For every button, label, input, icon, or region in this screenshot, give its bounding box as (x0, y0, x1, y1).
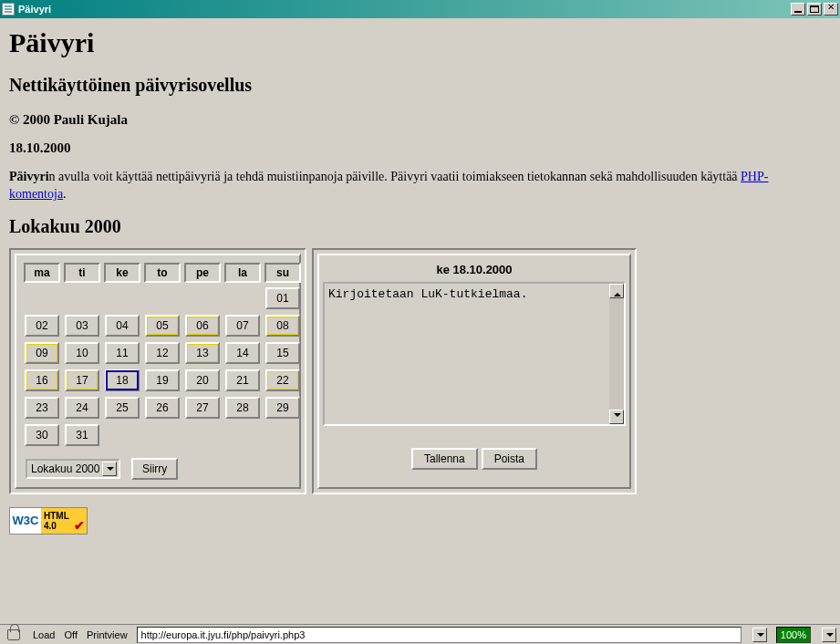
description-bold: Päivyri (9, 170, 49, 183)
lock-icon (7, 629, 20, 640)
day-23[interactable]: 23 (25, 397, 59, 419)
day-19[interactable]: 19 (145, 369, 180, 391)
delete-button[interactable]: Poista (482, 448, 537, 470)
document-icon (2, 3, 15, 16)
minimize-button[interactable] (791, 3, 805, 16)
page-content: Päivyri Nettikäyttöinen päivyrisovellus … (0, 18, 840, 620)
chevron-down-icon (102, 462, 117, 476)
day-12[interactable]: 12 (145, 342, 180, 364)
day-27[interactable]: 27 (185, 397, 220, 419)
weekday-header: su (264, 263, 301, 283)
page-subtitle: Nettikäyttöinen päivyrisovellus (9, 75, 831, 96)
maximize-button[interactable] (807, 3, 822, 16)
day-11[interactable]: 11 (105, 342, 140, 364)
url-field[interactable]: http://europa.it.jyu.fi/php/paivyri.php3 (137, 627, 741, 643)
day-08[interactable]: 08 (265, 315, 300, 337)
badge-w3c: W3C (10, 508, 41, 534)
note-title: ke 18.10.2000 (323, 263, 626, 276)
weekday-header: ma (24, 263, 60, 283)
day-15[interactable]: 15 (265, 342, 300, 364)
day-14[interactable]: 14 (225, 342, 260, 364)
close-button[interactable] (824, 3, 838, 16)
day-17[interactable]: 17 (65, 369, 99, 391)
day-29[interactable]: 29 (265, 397, 300, 419)
month-select-value: Lokakuu 2000 (31, 462, 99, 475)
status-bar: Load Off Printview http://europa.it.jyu.… (0, 624, 840, 644)
day-28[interactable]: 28 (225, 397, 260, 419)
zoom-indicator[interactable]: 100% (776, 627, 811, 643)
weekday-header: pe (184, 263, 221, 283)
scroll-track[interactable] (609, 298, 624, 410)
save-button[interactable]: Tallenna (411, 448, 478, 470)
day-26[interactable]: 26 (145, 397, 180, 419)
day-30[interactable]: 30 (25, 424, 59, 446)
status-printview[interactable]: Printview (87, 629, 128, 640)
window-titlebar: Päivyri (0, 0, 840, 18)
weekday-header: ke (104, 263, 140, 283)
month-heading: Lokakuu 2000 (9, 216, 831, 237)
checkmark-icon: ✔ (74, 518, 85, 533)
day-18[interactable]: 18 (105, 369, 140, 391)
scroll-up-button[interactable] (609, 284, 624, 298)
day-01[interactable]: 01 (265, 287, 300, 309)
day-13[interactable]: 13 (185, 342, 220, 364)
day-06[interactable]: 06 (185, 315, 220, 337)
day-25[interactable]: 25 (105, 397, 140, 419)
badge-version: 4.0 (44, 521, 57, 531)
note-textarea[interactable] (325, 284, 609, 424)
window-title: Päivyri (18, 4, 51, 15)
status-off[interactable]: Off (64, 629, 77, 640)
copyright-text: © 2000 Pauli Kujala (9, 112, 831, 128)
note-textarea-wrap (323, 282, 626, 426)
day-31[interactable]: 31 (65, 424, 99, 446)
calendar-panel: matiketopelasu 0102030405060708091011121… (9, 248, 306, 494)
w3c-html40-badge[interactable]: W3C HTML 4.0 ✔ (9, 507, 88, 535)
day-10[interactable]: 10 (65, 342, 99, 364)
scroll-down-button[interactable] (609, 410, 624, 424)
go-button[interactable]: Siirry (131, 458, 178, 480)
status-load[interactable]: Load (33, 629, 55, 640)
day-07[interactable]: 07 (225, 315, 260, 337)
weekday-header: la (224, 263, 261, 283)
url-dropdown-button[interactable] (752, 628, 767, 642)
day-09[interactable]: 09 (25, 342, 59, 364)
weekday-header: to (144, 263, 181, 283)
day-05[interactable]: 05 (145, 315, 180, 337)
day-22[interactable]: 22 (265, 369, 300, 391)
weekday-header: ti (64, 263, 100, 283)
page-title: Päivyri (9, 27, 831, 58)
month-select[interactable]: Lokakuu 2000 (26, 459, 120, 479)
calendar-table: matiketopelasu 0102030405060708091011121… (20, 259, 305, 451)
page-date: 18.10.2000 (9, 140, 831, 156)
day-20[interactable]: 20 (185, 369, 220, 391)
badge-html: HTML (44, 511, 69, 521)
day-16[interactable]: 16 (25, 369, 59, 391)
day-03[interactable]: 03 (65, 315, 99, 337)
day-02[interactable]: 02 (25, 315, 59, 337)
note-panel: ke 18.10.2000 Tallenna Poista (312, 248, 637, 494)
day-04[interactable]: 04 (105, 315, 140, 337)
day-24[interactable]: 24 (65, 397, 99, 419)
description-text: Päivyrin avulla voit käyttää nettipäivyr… (9, 169, 812, 203)
url-text: http://europa.it.jyu.fi/php/paivyri.php3 (141, 629, 306, 640)
zoom-dropdown-button[interactable] (822, 628, 836, 642)
day-21[interactable]: 21 (225, 369, 260, 391)
